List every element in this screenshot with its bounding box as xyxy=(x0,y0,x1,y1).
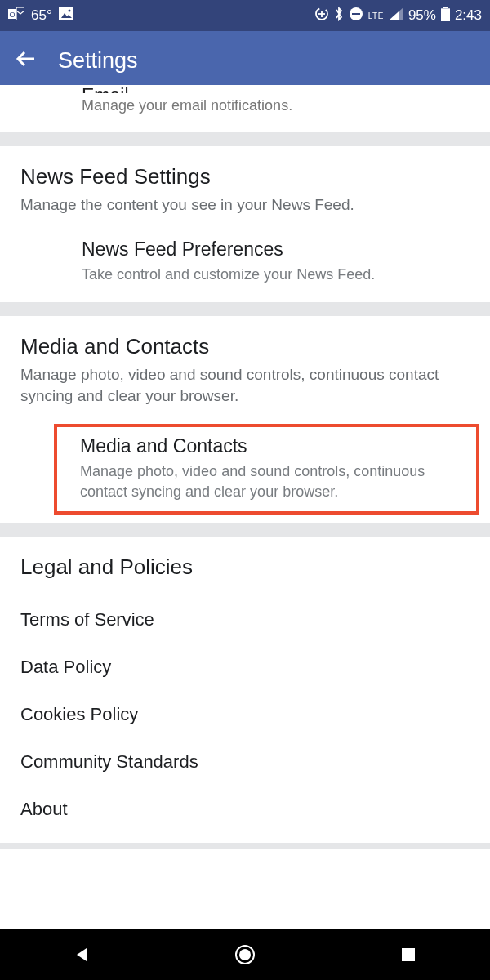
data-saver-icon xyxy=(314,7,329,25)
svg-rect-15 xyxy=(441,8,450,9)
navigation-bar xyxy=(0,929,490,980)
section-divider xyxy=(0,132,490,146)
app-bar: Settings xyxy=(0,31,490,90)
item-title: Email xyxy=(82,85,470,93)
item-title: News Feed Preferences xyxy=(82,238,470,261)
section-title: Media and Contacts xyxy=(20,334,470,359)
outlook-icon: O xyxy=(8,7,24,24)
section-media-contacts: Media and Contacts Manage photo, video a… xyxy=(0,316,490,412)
svg-rect-3 xyxy=(59,7,74,20)
section-desc: Manage photo, video and sound controls, … xyxy=(20,364,470,406)
item-desc: Take control and customize your News Fee… xyxy=(82,265,470,284)
status-temp: 65° xyxy=(31,7,52,24)
settings-item-news-feed-preferences[interactable]: News Feed Preferences Take control and c… xyxy=(0,222,490,302)
battery-pct: 95% xyxy=(408,7,436,24)
nav-recent-button[interactable] xyxy=(396,942,421,967)
link-community-standards[interactable]: Community Standards xyxy=(0,738,490,786)
section-divider xyxy=(0,843,490,849)
do-not-disturb-icon xyxy=(349,7,363,25)
settings-item-media-contacts[interactable]: Media and Contacts Manage photo, video a… xyxy=(54,424,479,514)
section-divider xyxy=(0,302,490,316)
section-legal-policies: Legal and Policies xyxy=(0,537,490,591)
page-title: Settings xyxy=(58,48,138,74)
settings-item-email[interactable]: Email Manage your email notifications. xyxy=(0,85,490,132)
link-about[interactable]: About xyxy=(0,786,490,833)
svg-marker-12 xyxy=(389,11,399,20)
link-data-policy[interactable]: Data Policy xyxy=(0,644,490,691)
section-title: News Feed Settings xyxy=(20,164,470,189)
picture-icon xyxy=(59,7,74,24)
section-news-feed: News Feed Settings Manage the content yo… xyxy=(0,146,490,222)
item-desc: Manage photo, video and sound controls, … xyxy=(80,461,468,501)
svg-rect-13 xyxy=(443,7,448,8)
status-bar: O 65° LTE 95% 2:43 xyxy=(0,0,490,31)
item-desc: Manage your email notifications. xyxy=(82,97,470,114)
svg-point-5 xyxy=(68,9,70,11)
svg-rect-20 xyxy=(402,948,415,961)
battery-icon xyxy=(441,7,450,25)
svg-text:O: O xyxy=(9,11,15,19)
nav-home-button[interactable] xyxy=(233,942,257,967)
link-terms-of-service[interactable]: Terms of Service xyxy=(0,596,490,644)
svg-rect-14 xyxy=(441,8,450,21)
lte-label: LTE xyxy=(368,11,384,20)
status-time: 2:43 xyxy=(455,7,482,24)
svg-point-19 xyxy=(239,949,251,960)
item-title: Media and Contacts xyxy=(80,435,468,457)
section-divider xyxy=(0,523,490,537)
svg-rect-10 xyxy=(352,13,360,15)
bluetooth-icon xyxy=(334,7,344,25)
section-title: Legal and Policies xyxy=(20,555,470,580)
signal-icon xyxy=(389,7,403,24)
svg-marker-17 xyxy=(77,948,87,961)
nav-back-button[interactable] xyxy=(69,942,94,967)
link-cookies-policy[interactable]: Cookies Policy xyxy=(0,691,490,738)
back-arrow-icon[interactable] xyxy=(15,47,38,74)
section-desc: Manage the content you see in your News … xyxy=(20,194,470,216)
